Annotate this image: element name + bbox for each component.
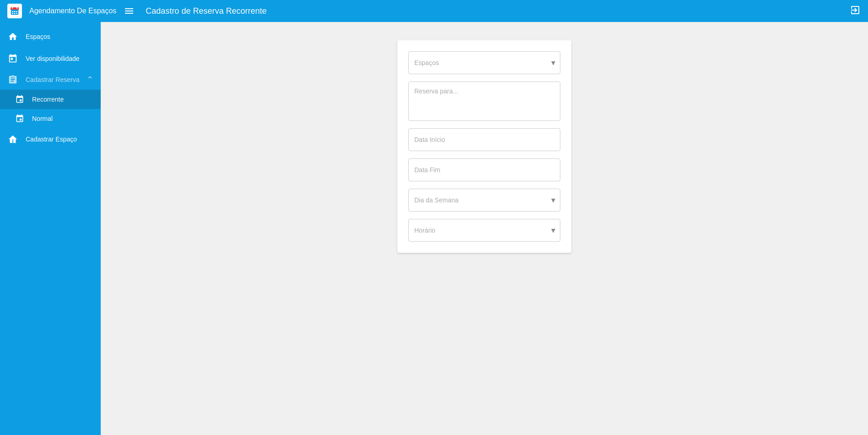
menu-icon[interactable] <box>124 5 135 16</box>
dia-da-semana-select[interactable] <box>409 189 560 211</box>
sidebar-label-cadastrar-espaco: Cadastrar Espaço <box>26 136 77 143</box>
horario-select[interactable] <box>409 219 560 241</box>
calendar-normal-icon <box>15 114 25 124</box>
page-title: Cadastro de Reserva Recorrente <box>146 6 266 16</box>
data-fim-input[interactable] <box>409 159 560 181</box>
espacos-select[interactable] <box>409 52 560 74</box>
sidebar-label-espacos: Espaços <box>26 33 50 40</box>
sidebar-item-ver-disponibilidade[interactable]: Ver disponibilidade <box>0 48 101 70</box>
svg-rect-5 <box>14 11 16 12</box>
sidebar-label-ver-disponibilidade: Ver disponibilidade <box>26 55 80 62</box>
sidebar-label-normal: Normal <box>32 115 53 122</box>
form-card: Espaços ▾ Reserva para... Data Início Da… <box>397 40 571 253</box>
data-fim-field[interactable]: Data Fim <box>408 158 560 181</box>
sidebar-item-espacos[interactable]: Espaços <box>0 26 101 48</box>
logout-icon[interactable] <box>850 5 861 17</box>
main-content: Espaços ▾ Reserva para... Data Início Da… <box>101 22 868 435</box>
home-icon <box>7 31 18 42</box>
chevron-up-icon: ⌃ <box>87 75 93 85</box>
svg-rect-7 <box>12 13 13 14</box>
espacos-field[interactable]: Espaços ▾ <box>408 51 560 74</box>
clipboard-icon <box>7 74 18 85</box>
svg-rect-8 <box>14 13 16 14</box>
svg-rect-6 <box>16 11 17 12</box>
dia-da-semana-field[interactable]: Dia da Semana ▾ <box>408 189 560 212</box>
svg-rect-1 <box>11 7 19 10</box>
svg-rect-4 <box>12 11 13 12</box>
data-inicio-input[interactable] <box>409 129 560 151</box>
app-icon <box>7 4 22 18</box>
sidebar: Espaços Ver disponibilidade Cadastrar Re… <box>0 22 101 435</box>
reserva-para-input[interactable] <box>409 82 560 119</box>
svg-rect-9 <box>16 13 17 14</box>
data-inicio-field[interactable]: Data Início <box>408 128 560 151</box>
sidebar-label-recorrente: Recorrente <box>32 96 64 103</box>
sidebar-section-cadastrar-reserva[interactable]: Cadastrar Reserva ⌃ <box>0 70 101 90</box>
sidebar-item-normal[interactable]: Normal <box>0 109 101 128</box>
app-title: Agendamento De Espaços <box>29 7 116 15</box>
sidebar-item-cadastrar-espaco[interactable]: Cadastrar Espaço <box>0 128 101 150</box>
sidebar-label-cadastrar-reserva: Cadastrar Reserva <box>26 76 80 83</box>
sidebar-item-recorrente[interactable]: Recorrente <box>0 90 101 109</box>
horario-field[interactable]: Horário ▾ <box>408 219 560 242</box>
topbar: Agendamento De Espaços Cadastro de Reser… <box>0 0 868 22</box>
calendar-check-icon <box>7 53 18 64</box>
home-add-icon <box>7 134 18 145</box>
reserva-para-field[interactable]: Reserva para... <box>408 82 560 121</box>
calendar-recorrente-icon <box>15 94 25 104</box>
